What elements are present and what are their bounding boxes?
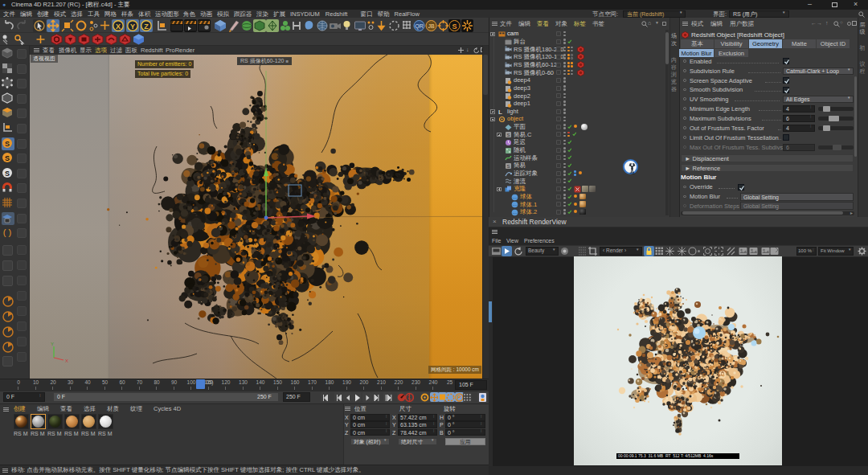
svg-text:S: S [5, 139, 10, 147]
svg-text:X: X [116, 23, 121, 31]
svg-text:QR: QR [415, 23, 424, 30]
svg-text:S: S [5, 169, 10, 177]
svg-text:JB: JB [428, 23, 435, 29]
svg-text:S: S [452, 23, 457, 31]
svg-text:Y: Y [129, 23, 134, 31]
svg-text:( ): ( ) [3, 227, 11, 237]
svg-text:X: X [65, 358, 68, 363]
svg-text:S: S [5, 154, 10, 162]
svg-text:Z: Z [144, 23, 149, 31]
svg-text:S: S [506, 164, 510, 169]
svg-text:R&A: R&A [630, 172, 635, 175]
svg-text:S: S [506, 133, 510, 137]
svg-text:Y: Y [51, 342, 54, 346]
svg-text:P: P [457, 395, 461, 400]
